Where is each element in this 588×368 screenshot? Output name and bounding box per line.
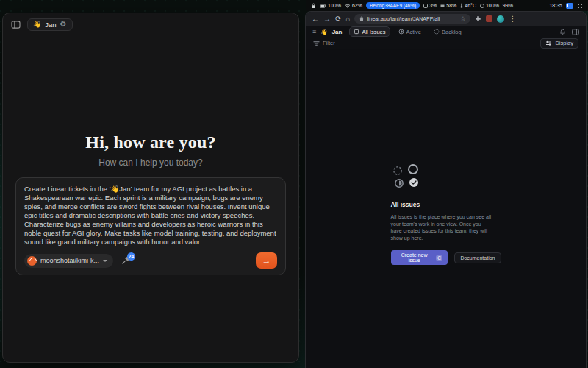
linear-header-actions bbox=[559, 29, 579, 35]
greeting-title: Hi, how are you? bbox=[85, 132, 215, 152]
address-bar[interactable]: linear.app/jani/team/JANAPP/all ☆ bbox=[354, 14, 470, 24]
browser-profile-avatar[interactable] bbox=[497, 15, 504, 23]
wifi-icon bbox=[345, 4, 351, 8]
linear-issues-area: All issues All issues is the place where… bbox=[306, 49, 586, 368]
linear-team-emoji: 👋 bbox=[320, 29, 327, 35]
gear-icon[interactable]: ⚙ bbox=[60, 21, 67, 28]
chevron-down-icon bbox=[103, 260, 107, 262]
desktop-background: 👋 Jan ⚙ Hi, how are you? How can I help … bbox=[0, 0, 588, 368]
refresh-button[interactable]: ⟳ bbox=[335, 15, 341, 23]
chat-input-text[interactable]: Create Linear tickets in the '👋Jan' team… bbox=[24, 185, 277, 247]
temperature-status: 46°C bbox=[460, 3, 476, 8]
wifi-status: 62% bbox=[345, 3, 362, 8]
linear-filter-bar: Filter Display bbox=[306, 38, 586, 49]
greeting-subtitle: How can I help you today? bbox=[98, 158, 202, 168]
filter-button[interactable]: Filter bbox=[313, 40, 335, 46]
documentation-button[interactable]: Documentation bbox=[454, 252, 501, 263]
model-name-label: moonshotai/kimi-k... bbox=[40, 257, 99, 264]
linear-view-tabs: All Issues Active Backlog bbox=[349, 26, 465, 37]
apps-grid-icon[interactable] bbox=[577, 3, 583, 9]
thermometer-icon bbox=[460, 3, 463, 8]
tools-count-badge: 24 bbox=[127, 252, 135, 261]
url-text: linear.app/jani/team/JANAPP/all bbox=[367, 16, 440, 21]
lock-icon bbox=[311, 3, 316, 9]
jan-titlebar: 👋 Jan ⚙ bbox=[3, 13, 298, 35]
create-new-issue-button[interactable]: Create new issue C bbox=[391, 250, 448, 265]
linear-sidebar-menu-icon[interactable]: ≡ bbox=[312, 29, 316, 35]
model-selector[interactable]: moonshotai/kimi-k... bbox=[24, 254, 113, 268]
right-panel-toggle-icon[interactable] bbox=[572, 29, 579, 35]
send-button[interactable]: → bbox=[256, 252, 277, 269]
stat-cpu: 3% bbox=[423, 3, 437, 8]
team-label: Jan bbox=[45, 21, 56, 29]
linear-team-name: Jan bbox=[332, 29, 343, 35]
all-issues-icon bbox=[354, 29, 359, 35]
extension-icon[interactable] bbox=[486, 15, 492, 22]
extensions-puzzle-icon[interactable] bbox=[475, 15, 481, 22]
empty-state-actions: Create new issue C Documentation bbox=[391, 250, 501, 265]
battery-icon bbox=[320, 4, 326, 8]
tab-backlog[interactable]: Backlog bbox=[429, 26, 466, 37]
tab-all-issues[interactable]: All Issues bbox=[349, 26, 390, 37]
sidebar-toggle-icon[interactable] bbox=[11, 21, 21, 29]
team-emoji: 👋 bbox=[33, 21, 41, 28]
browser-menu-icon[interactable]: ⋮ bbox=[509, 15, 516, 23]
jan-team-selector[interactable]: 👋 Jan ⚙ bbox=[27, 18, 73, 31]
empty-state-description: All issues is the place where you can se… bbox=[391, 213, 494, 241]
stat-disk: 100% bbox=[480, 3, 499, 8]
chat-input-toolbar: moonshotai/kimi-k... 24 → bbox=[24, 252, 277, 269]
bookmark-star-icon[interactable]: ☆ bbox=[460, 15, 465, 22]
backlog-icon bbox=[434, 29, 440, 35]
chat-input[interactable]: Create Linear tickets in the '👋Jan' team… bbox=[15, 177, 286, 275]
browser-toolbar: ← → ⟳ ⌂ linear.app/jani/team/JANAPP/all … bbox=[306, 12, 586, 26]
issue-status-illustration bbox=[391, 164, 422, 189]
tools-button[interactable]: 24 bbox=[121, 256, 130, 265]
filter-icon bbox=[313, 40, 320, 46]
lock-icon bbox=[359, 16, 364, 21]
browser-window: ← → ⟳ ⌂ linear.app/jani/team/JANAPP/all … bbox=[305, 11, 587, 368]
back-button[interactable]: ← bbox=[312, 15, 319, 23]
display-button[interactable]: Display bbox=[540, 38, 578, 49]
linear-header: ≡ 👋 Jan All Issues Active Backlog bbox=[306, 26, 586, 38]
jan-app-window: 👋 Jan ⚙ Hi, how are you? How can I help … bbox=[2, 13, 299, 363]
moonshot-logo-icon bbox=[27, 256, 37, 266]
battery-status: 100% bbox=[320, 3, 341, 8]
shortcut-key: C bbox=[436, 255, 443, 261]
stat-memory: 58% bbox=[440, 3, 456, 8]
jan-main-area: Hi, how are you? How can I help you toda… bbox=[3, 35, 298, 362]
network-pill[interactable]: Belong38AAE9 (46%) bbox=[366, 2, 420, 9]
linear-app: ≡ 👋 Jan All Issues Active Backlog bbox=[306, 26, 586, 368]
send-arrow-icon: → bbox=[262, 256, 271, 265]
display-options-icon bbox=[545, 40, 552, 46]
empty-state: All issues All issues is the place where… bbox=[391, 164, 501, 265]
tab-active[interactable]: Active bbox=[394, 26, 426, 37]
in-progress-icon bbox=[398, 29, 404, 35]
mail-tray-icon[interactable] bbox=[566, 3, 573, 9]
system-status-bar: 100% 62% Belong38AAE9 (46%) 3% 58% 46°C … bbox=[306, 0, 588, 11]
clock: 18:35 bbox=[549, 3, 562, 8]
empty-state-title: All issues bbox=[391, 201, 501, 208]
stat-power: 99% bbox=[503, 3, 513, 8]
forward-button[interactable]: → bbox=[323, 15, 331, 23]
home-button[interactable]: ⌂ bbox=[345, 15, 350, 23]
notifications-bell-icon[interactable] bbox=[559, 29, 566, 35]
